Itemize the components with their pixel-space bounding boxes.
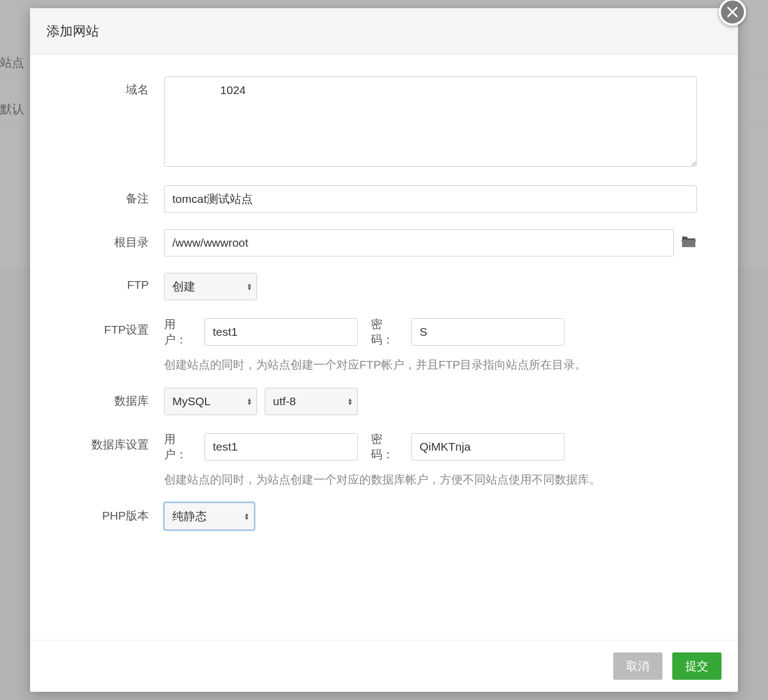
ftp-label: FTP [71, 273, 164, 291]
domain-label: 域名 [71, 77, 164, 97]
ftp-select[interactable]: 创建 ▲▼ [164, 273, 257, 300]
modal-header: 添加网站 [30, 8, 738, 55]
ftp-password-input[interactable] [411, 318, 565, 346]
db-hint: 创建站点的同时，为站点创建一个对应的数据库帐户，方便不同站点使用不同数据库。 [164, 472, 697, 487]
db-user-label: 用户： [164, 431, 197, 462]
database-type-select[interactable]: MySQL ▲▼ [164, 388, 257, 415]
select-arrows-icon: ▲▼ [247, 398, 252, 405]
charset-select[interactable]: utf-8 ▲▼ [265, 388, 358, 415]
ftp-user-input[interactable] [205, 318, 358, 346]
db-user-input[interactable] [205, 433, 358, 460]
folder-icon[interactable] [680, 235, 697, 250]
db-label: 数据库 [71, 388, 164, 409]
domain-textarea[interactable] [164, 77, 697, 167]
select-arrows-icon: ▲▼ [244, 512, 249, 520]
select-arrows-icon: ▲▼ [247, 283, 252, 290]
modal-footer: 取消 提交 [30, 640, 738, 692]
ftp-user-label: 用户： [164, 317, 197, 347]
db-password-input[interactable] [411, 433, 565, 460]
php-version-select[interactable]: 纯静态 ▲▼ [164, 503, 254, 530]
root-path-input[interactable] [164, 229, 674, 256]
remark-input[interactable] [164, 185, 697, 213]
db-password-label: 密码： [371, 431, 404, 462]
remark-label: 备注 [71, 185, 164, 206]
select-arrows-icon: ▲▼ [347, 398, 353, 405]
cancel-button[interactable]: 取消 [613, 652, 662, 680]
submit-button[interactable]: 提交 [672, 652, 722, 680]
ftp-setting-label: FTP设置 [71, 317, 164, 337]
add-site-modal: 添加网站 域名 备注 根目录 FTP [30, 8, 738, 692]
ftp-hint: 创建站点的同时，为站点创建一个对应FTP帐户，并且FTP目录指向站点所在目录。 [164, 357, 697, 372]
root-label: 根目录 [71, 229, 164, 250]
ftp-password-label: 密码： [371, 317, 404, 347]
php-label: PHP版本 [71, 503, 164, 523]
close-icon [726, 5, 739, 19]
db-setting-label: 数据库设置 [71, 431, 164, 452]
modal-title: 添加网站 [46, 22, 99, 40]
